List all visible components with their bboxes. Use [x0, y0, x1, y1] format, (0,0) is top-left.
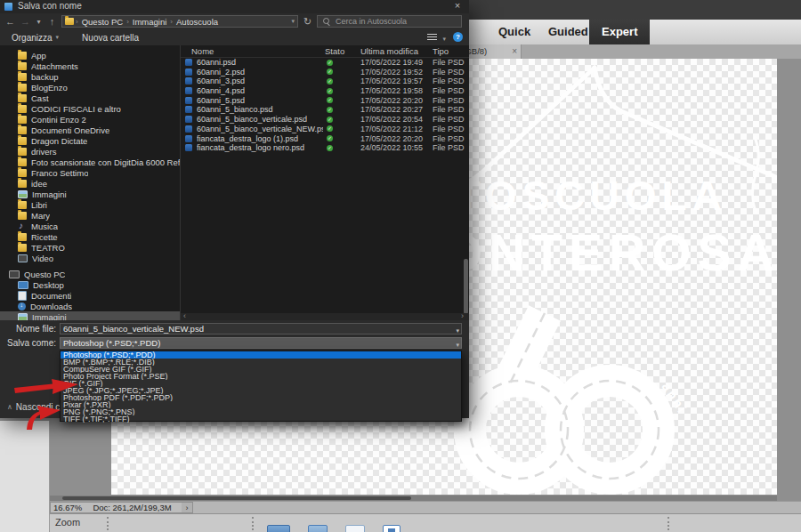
chevron-down-icon[interactable]: ▾	[456, 326, 459, 335]
file-row[interactable]: 60anni_5_bianco_verticale.psd✓17/05/2022…	[181, 115, 469, 125]
column-header-ultima-modifica[interactable]: Ultima modifica	[360, 46, 418, 56]
tab-quick[interactable]: Quick	[486, 20, 543, 44]
format-option-photoshop-pdf-pdf-pdp[interactable]: Photoshop PDF (*.PDF;*.PDP)	[61, 394, 461, 401]
column-header-tipo[interactable]: Tipo	[433, 46, 449, 56]
sidebar-item-blogenzo[interactable]: BlogEnzo	[0, 82, 180, 93]
sidebar-item-franco-settimo[interactable]: Franco Settimo	[0, 167, 180, 178]
format-option-pixar-pxr[interactable]: Pixar (*.PXR)	[61, 401, 461, 408]
scroll-left-icon[interactable]: ‹	[183, 313, 186, 319]
filename-input[interactable]: 60anni_5_bianco_verticale_NEW.psd▾	[60, 323, 462, 335]
dialog-close-icon[interactable]: ×	[451, 0, 464, 11]
sidebar-item-questo-pc[interactable]: Questo PC	[0, 269, 180, 279]
breadcrumb-item-autoscuola[interactable]: Autoscuola	[176, 17, 218, 27]
sidebar-item-documenti-onedrive[interactable]: Documenti OneDrive	[0, 125, 180, 135]
format-option-photoshop-psd-pdd[interactable]: Photoshop (*.PSD;*.PDD)	[61, 351, 461, 359]
address-chevron-icon[interactable]: ▾	[291, 18, 295, 25]
file-row[interactable]: 60anni_2.psd✓17/05/2022 19:52File PSD	[181, 68, 469, 77]
scroll-right-icon[interactable]: ›	[461, 313, 464, 319]
psd-file-icon	[185, 106, 192, 113]
breadcrumb-box[interactable]: ›Questo PC›Immagini›Autoscuola ▾	[61, 15, 298, 28]
view-chevron-icon[interactable]: ▾	[442, 36, 446, 43]
sidebar-item-label: App	[31, 51, 46, 60]
fill-screen-button[interactable]	[345, 525, 365, 532]
sidebar-item-ricette[interactable]: Ricette	[0, 231, 180, 242]
column-header-nome[interactable]: Nome	[191, 46, 214, 56]
breadcrumb: ›Questo PC›Immagini›Autoscuola	[76, 17, 218, 27]
pictures-icon	[18, 190, 28, 198]
file-row[interactable]: 60anni_4.psd✓17/05/2022 19:58File PSD	[181, 86, 469, 96]
dialog-app-icon	[4, 3, 12, 11]
new-folder-button[interactable]: Nuova cartella	[82, 33, 139, 43]
format-option-bmp-bmp-rle-dib[interactable]: BMP (*.BMP;*.RLE;*.DIB)	[61, 359, 461, 366]
separator-dots	[252, 517, 254, 530]
view-options-icon[interactable]	[427, 34, 437, 42]
format-option-tiff-tif-tiff[interactable]: TIFF (*.TIF;*.TIFF)	[61, 415, 461, 423]
sidebar-item-foto-scansionate-con-digitdia-6000-reflecta[interactable]: Foto scansionate con DigitDia 6000 Refle…	[0, 157, 180, 167]
breadcrumb-item-immagini[interactable]: Immagini	[133, 17, 167, 27]
back-icon[interactable]: ←	[4, 16, 16, 27]
file-row[interactable]: 60anni_5.psd✓17/05/2022 20:20File PSD	[181, 96, 469, 106]
sidebar-item-label: Mary	[31, 211, 50, 221]
column-header-stato[interactable]: Stato	[325, 46, 344, 56]
history-chevron-icon[interactable]: ▾	[35, 18, 43, 26]
folder-icon	[18, 169, 27, 177]
chevron-down-icon[interactable]: ▾	[456, 340, 459, 350]
sidebar-item-downloads[interactable]: Downloads	[0, 301, 180, 311]
format-option-jpeg-jpg-jpeg-jpe[interactable]: JPEG (*.JPG;*.JPEG;*.JPE)	[61, 387, 461, 394]
print-size-button[interactable]	[383, 525, 400, 532]
breadcrumb-item-questo-pc[interactable]: Questo PC	[82, 17, 123, 27]
sidebar-item-immagini[interactable]: Immagini	[0, 311, 180, 320]
sidebar-item-cast[interactable]: Cast	[0, 93, 180, 103]
sidebar-item-app[interactable]: App	[0, 50, 180, 60]
sidebar-item-dragon-dictate[interactable]: Dragon Dictate	[0, 135, 180, 146]
up-icon[interactable]: ↑	[46, 16, 58, 27]
sidebar-item-documenti[interactable]: Documenti	[0, 290, 180, 301]
toolbox-panel	[0, 421, 50, 532]
zoom-1-1-button[interactable]	[267, 525, 290, 532]
document-tab-close-icon[interactable]: ×	[512, 44, 517, 59]
format-option-compuserve-gif-gif[interactable]: CompuServe GIF (*.GIF)	[61, 366, 461, 373]
file-name: 60anni_5_bianco_verticale.psd	[197, 115, 323, 124]
file-row[interactable]: 60anni_3.psd✓17/05/2022 19:57File PSD	[181, 77, 469, 86]
scrollbar-thumb[interactable]	[62, 496, 411, 500]
sidebar-item-codici-fiscali-e-altro[interactable]: CODICI FISCALI e altro	[0, 103, 180, 114]
file-row[interactable]: 60anni_5_bianco.psd✓17/05/2022 20:27File…	[181, 105, 469, 115]
file-row[interactable]: fiancata_destra_logo nero.psd✓24/05/2022…	[181, 143, 469, 153]
file-list-scrollbar[interactable]: ‹ ›	[181, 313, 469, 320]
sidebar-item-backup[interactable]: backup	[0, 71, 180, 82]
sidebar-item-video[interactable]: Video	[0, 253, 180, 263]
file-modified: 17/05/2022 20:27	[360, 105, 423, 114]
sidebar-item-drivers[interactable]: drivers	[0, 146, 180, 157]
sidebar-item-libri[interactable]: Libri	[0, 199, 180, 210]
dialog-title: Salva con nome	[18, 1, 82, 11]
file-name: 60anni.psd	[197, 58, 323, 67]
sidebar-item-desktop[interactable]: Desktop	[0, 279, 180, 290]
zoom-percent-field[interactable]: 16.67%	[50, 502, 84, 513]
file-row[interactable]: 60anni.psd✓17/05/2022 19:49File PSD	[181, 58, 469, 68]
help-icon[interactable]: ?	[453, 32, 463, 42]
format-option-gif-gif[interactable]: GIF (*.GIF)	[61, 380, 461, 387]
sidebar-item-label: BlogEnzo	[31, 83, 68, 93]
search-input[interactable]: Cerca in Autoscuola	[317, 15, 462, 28]
format-option-png-png-pns[interactable]: PNG (*.PNG;*.PNS)	[61, 408, 461, 415]
sidebar-item-musica[interactable]: Musica	[0, 221, 180, 231]
tab-expert[interactable]: Expert	[589, 20, 650, 44]
sidebar-item-mary[interactable]: Mary	[0, 210, 180, 221]
save-as-type-combobox[interactable]: Photoshop (*.PSD;*.PDD)▾	[60, 337, 462, 349]
forward-icon[interactable]: →	[20, 16, 31, 27]
dialog-title-bar[interactable]: Salva con nome ×	[0, 0, 469, 13]
refresh-icon[interactable]: ↻	[302, 16, 313, 28]
format-option-photo-project-format-pse[interactable]: Photo Project Format (*.PSE)	[61, 373, 461, 380]
fit-screen-button[interactable]	[308, 525, 328, 532]
folder-icon	[18, 105, 27, 113]
sidebar-item-teatro[interactable]: TEATRO	[0, 242, 180, 253]
sidebar-item-attachments[interactable]: Attachments	[0, 60, 180, 71]
status-popup-button[interactable]: ›	[182, 502, 193, 513]
sidebar-item-contini-enzo-2[interactable]: Contini Enzo 2	[0, 114, 180, 125]
psd-file-icon	[185, 69, 192, 76]
sidebar-item-idee[interactable]: idee	[0, 178, 180, 189]
organize-button[interactable]: Organizza ▾	[12, 33, 59, 43]
sidebar-item-immagini[interactable]: Immagini	[0, 189, 180, 199]
file-row[interactable]: fiancata_destra_logo (1).psd✓17/05/2022 …	[181, 134, 469, 144]
file-row[interactable]: 60anni_5_bianco_verticale_NEW.psd✓17/05/…	[181, 125, 469, 134]
